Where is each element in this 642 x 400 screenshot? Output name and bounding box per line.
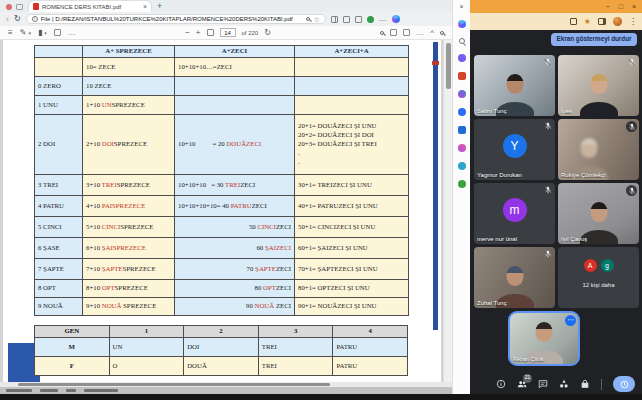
pdf-viewport[interactable]: A+ SPREZECEA+ZECIA+ZECI+A10= ZECE10+10+1… [0,40,452,382]
screen: ROMENCE DERS KITABI.pdf × + ‹ ↻ i File |… [0,0,642,400]
clock-panel-button[interactable] [613,376,635,392]
back-icon[interactable]: ‹ [6,15,9,24]
edge-sidebar: × [452,0,470,394]
vertical-scrollbar[interactable] [443,40,452,382]
tab-actions-icon[interactable] [16,4,23,10]
save-icon[interactable] [403,29,410,36]
sidebar-app-icon[interactable] [458,54,466,62]
participant-tile[interactable]: Işıl Çavuş [558,183,639,244]
sidebar-app-icon[interactable] [458,162,466,170]
fit-page-icon[interactable] [207,29,214,36]
table-cell [175,77,295,96]
side-panel-icon[interactable] [598,18,606,25]
url-field[interactable]: i File | D:/REZAN/ISTANBUL%20TURKCE%20KI… [26,14,326,24]
table-row: 8 OPT8+10 OPTSPREZECE80 OPTZECI80+1= OPT… [35,280,409,298]
outlook-icon[interactable] [458,126,466,134]
highlight-caret-icon[interactable]: ▾ [44,30,47,36]
page-info-icon[interactable]: i [32,16,38,22]
close-icon[interactable]: × [632,3,636,10]
table-cell: DOUĂ [184,357,259,376]
participant-tile[interactable]: Ag12 kişi daha [558,247,639,308]
table-cell: UN [109,338,184,357]
participant-tile[interactable]: Salim Tunç [474,55,555,116]
table-cell: PATRU [333,357,408,376]
profile-icon[interactable] [6,4,12,10]
pdf-search-icon[interactable] [380,31,384,35]
table-row: FODOUĂTREIPATRU [35,357,408,376]
table-row: MUNDOITREIPATRU [35,338,408,357]
participant-tile[interactable]: İpek [558,55,639,116]
participant-tile[interactable]: mmerve nur ünal [474,183,555,244]
page-number-input[interactable]: 14 [220,28,236,37]
table-cell: 30+1= TREIZECI ŞI UNU [295,175,409,196]
pdf-search2-icon[interactable] [440,31,444,35]
sidebar-app-icon[interactable] [458,108,466,116]
favorites-icon[interactable] [343,16,350,23]
chat-icon[interactable] [538,379,548,389]
toolbar-more-icon[interactable]: … [68,29,76,37]
new-tab-button[interactable]: + [157,2,162,11]
table-cell: F [35,357,110,376]
participant-name: Salim Tunç [477,108,507,114]
vertical-scrollbar-thumb[interactable] [446,43,451,89]
pdf-zoom-page-controls: − + 14 of 220 ↻ [185,28,271,37]
activities-icon[interactable] [559,379,569,389]
zoom-out-icon[interactable]: − [185,29,190,37]
tile-options-icon[interactable]: ⋯ [565,315,576,326]
rotate-icon[interactable]: ↻ [264,29,271,37]
collections-icon[interactable] [355,16,362,23]
sidebar-app-icon[interactable] [458,72,466,80]
sidebar-app-icon[interactable] [458,90,466,98]
profile-avatar[interactable] [613,17,622,26]
search-icon[interactable] [306,17,310,21]
stop-presenting-button[interactable]: Ekran göstermeyi durdur [551,33,637,46]
sidebar-app-icon[interactable] [458,144,466,152]
self-view-tile[interactable]: ⋯ Rezan Çilnik [508,311,580,366]
table-cell: 0 ZERO [35,77,83,96]
reload-icon[interactable]: ↻ [14,15,21,23]
copilot-icon[interactable] [392,15,400,23]
browser-tab[interactable]: ROMENCE DERS KITABI.pdf × [29,1,151,12]
page-blue-border [433,42,438,330]
host-controls-lock-icon[interactable] [580,379,590,389]
draw-caret-icon[interactable]: ▾ [28,30,31,36]
url-text: File | D:/REZAN/ISTANBUL%20TURKCE%20KITA… [41,16,304,22]
table-cell: 7+10 ŞAPTESPREZECE [83,259,175,280]
participant-tile[interactable]: Rukiye Çömlekçi [558,119,639,180]
table-cell: 10 ZECE [83,77,175,96]
meet-area: Ekran göstermeyi durdur Salim TunçİpekYY… [470,30,642,400]
participant-tile[interactable]: YYagmur Durukan [474,119,555,180]
text-tool-icon[interactable] [54,29,61,36]
horizontal-scrollbar-thumb[interactable] [18,383,330,386]
pdf-more-icon[interactable]: … [416,29,424,37]
chrome-titlebar: − □ × [470,0,642,13]
sidebar-close-icon[interactable]: × [459,3,463,10]
minimize-icon[interactable]: − [606,3,610,10]
people-icon[interactable]: 21 [517,379,527,389]
extension-icon[interactable] [367,16,374,23]
toc-menu-icon[interactable]: ≡ [8,29,13,37]
mic-off-icon [626,121,637,132]
sidebar-app-icon[interactable] [458,180,466,188]
tab-close-icon[interactable]: × [143,3,147,10]
participant-tile[interactable]: Zuhal Tunç [474,247,555,308]
table-cell: 10+10+10…=ZECI [175,58,295,77]
chrome-menu-icon[interactable]: ⋮ [629,18,637,26]
zoom-in-icon[interactable]: + [196,29,201,37]
meeting-info-icon[interactable] [496,379,506,389]
bookmark-star-icon[interactable]: ★ [584,18,591,26]
draw-pen-icon[interactable]: ✎ [20,29,27,37]
search-icon[interactable] [459,38,465,44]
maximize-icon[interactable]: □ [619,3,623,10]
collapse-toolbar-icon[interactable]: ^ [430,29,434,37]
favorite-star-icon[interactable]: ☆ [313,16,319,23]
split-screen-icon[interactable] [331,16,338,23]
edge-browser-window: ROMENCE DERS KITABI.pdf × + ‹ ↻ i File |… [0,0,470,394]
copilot-icon[interactable] [458,20,466,28]
tab-search-icon[interactable] [570,18,577,25]
settings-more-icon[interactable]: … [379,15,387,23]
table-cell: 1+10 UNSPREZECE [83,96,175,115]
highlighter-icon[interactable]: ▮ [38,29,42,37]
mic-off-icon [544,122,552,130]
print-icon[interactable] [390,29,397,36]
